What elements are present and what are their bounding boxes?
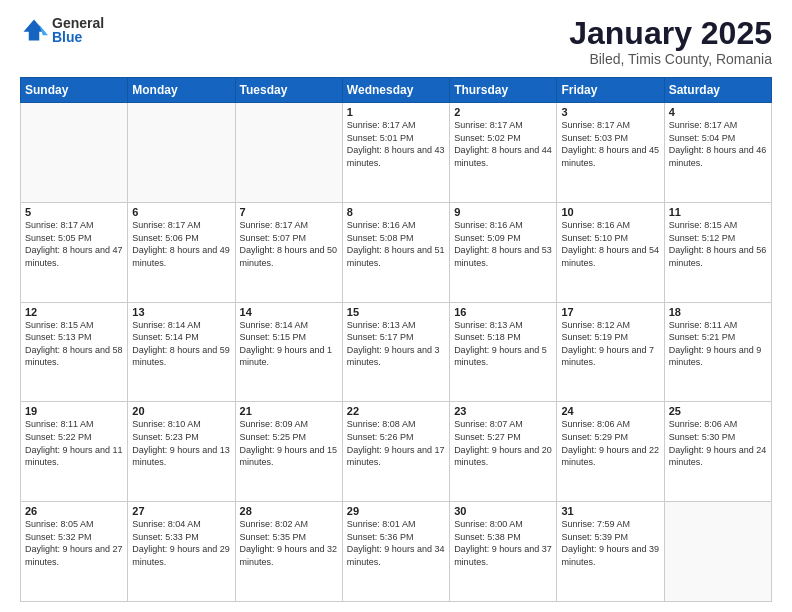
calendar-cell: 25Sunrise: 8:06 AM Sunset: 5:30 PM Dayli… — [664, 402, 771, 502]
calendar-cell: 21Sunrise: 8:09 AM Sunset: 5:25 PM Dayli… — [235, 402, 342, 502]
calendar-week-row: 5Sunrise: 8:17 AM Sunset: 5:05 PM Daylig… — [21, 202, 772, 302]
day-info: Sunrise: 8:12 AM Sunset: 5:19 PM Dayligh… — [561, 319, 659, 369]
day-number: 11 — [669, 206, 767, 218]
day-info: Sunrise: 8:08 AM Sunset: 5:26 PM Dayligh… — [347, 418, 445, 468]
calendar-cell: 15Sunrise: 8:13 AM Sunset: 5:17 PM Dayli… — [342, 302, 449, 402]
header: General Blue January 2025 Biled, Timis C… — [20, 16, 772, 67]
day-number: 23 — [454, 405, 552, 417]
day-info: Sunrise: 8:17 AM Sunset: 5:01 PM Dayligh… — [347, 119, 445, 169]
calendar-cell: 12Sunrise: 8:15 AM Sunset: 5:13 PM Dayli… — [21, 302, 128, 402]
weekday-header: Monday — [128, 78, 235, 103]
calendar-cell: 4Sunrise: 8:17 AM Sunset: 5:04 PM Daylig… — [664, 103, 771, 203]
calendar-week-row: 19Sunrise: 8:11 AM Sunset: 5:22 PM Dayli… — [21, 402, 772, 502]
calendar-cell: 5Sunrise: 8:17 AM Sunset: 5:05 PM Daylig… — [21, 202, 128, 302]
calendar-cell — [128, 103, 235, 203]
day-number: 22 — [347, 405, 445, 417]
calendar-cell: 9Sunrise: 8:16 AM Sunset: 5:09 PM Daylig… — [450, 202, 557, 302]
day-info: Sunrise: 8:11 AM Sunset: 5:21 PM Dayligh… — [669, 319, 767, 369]
main-title: January 2025 — [569, 16, 772, 51]
calendar-cell: 22Sunrise: 8:08 AM Sunset: 5:26 PM Dayli… — [342, 402, 449, 502]
day-info: Sunrise: 8:02 AM Sunset: 5:35 PM Dayligh… — [240, 518, 338, 568]
day-info: Sunrise: 8:07 AM Sunset: 5:27 PM Dayligh… — [454, 418, 552, 468]
day-number: 25 — [669, 405, 767, 417]
day-info: Sunrise: 8:09 AM Sunset: 5:25 PM Dayligh… — [240, 418, 338, 468]
calendar-week-row: 26Sunrise: 8:05 AM Sunset: 5:32 PM Dayli… — [21, 502, 772, 602]
weekday-header: Saturday — [664, 78, 771, 103]
day-info: Sunrise: 8:10 AM Sunset: 5:23 PM Dayligh… — [132, 418, 230, 468]
day-number: 13 — [132, 306, 230, 318]
day-info: Sunrise: 8:16 AM Sunset: 5:09 PM Dayligh… — [454, 219, 552, 269]
calendar-cell: 28Sunrise: 8:02 AM Sunset: 5:35 PM Dayli… — [235, 502, 342, 602]
calendar-week-row: 12Sunrise: 8:15 AM Sunset: 5:13 PM Dayli… — [21, 302, 772, 402]
day-info: Sunrise: 7:59 AM Sunset: 5:39 PM Dayligh… — [561, 518, 659, 568]
calendar-cell: 23Sunrise: 8:07 AM Sunset: 5:27 PM Dayli… — [450, 402, 557, 502]
day-info: Sunrise: 8:17 AM Sunset: 5:05 PM Dayligh… — [25, 219, 123, 269]
calendar-cell: 30Sunrise: 8:00 AM Sunset: 5:38 PM Dayli… — [450, 502, 557, 602]
day-info: Sunrise: 8:15 AM Sunset: 5:12 PM Dayligh… — [669, 219, 767, 269]
day-number: 29 — [347, 505, 445, 517]
day-number: 20 — [132, 405, 230, 417]
calendar-cell: 16Sunrise: 8:13 AM Sunset: 5:18 PM Dayli… — [450, 302, 557, 402]
calendar-cell: 3Sunrise: 8:17 AM Sunset: 5:03 PM Daylig… — [557, 103, 664, 203]
weekday-header: Tuesday — [235, 78, 342, 103]
day-info: Sunrise: 8:14 AM Sunset: 5:15 PM Dayligh… — [240, 319, 338, 369]
logo-text: General Blue — [52, 16, 104, 44]
logo-icon — [20, 16, 48, 44]
weekday-header: Thursday — [450, 78, 557, 103]
calendar-cell: 24Sunrise: 8:06 AM Sunset: 5:29 PM Dayli… — [557, 402, 664, 502]
calendar-table: SundayMondayTuesdayWednesdayThursdayFrid… — [20, 77, 772, 602]
title-block: January 2025 Biled, Timis County, Romani… — [569, 16, 772, 67]
day-info: Sunrise: 8:01 AM Sunset: 5:36 PM Dayligh… — [347, 518, 445, 568]
day-number: 30 — [454, 505, 552, 517]
calendar-cell: 8Sunrise: 8:16 AM Sunset: 5:08 PM Daylig… — [342, 202, 449, 302]
day-number: 2 — [454, 106, 552, 118]
day-number: 24 — [561, 405, 659, 417]
day-number: 26 — [25, 505, 123, 517]
subtitle: Biled, Timis County, Romania — [569, 51, 772, 67]
day-number: 8 — [347, 206, 445, 218]
day-number: 17 — [561, 306, 659, 318]
day-info: Sunrise: 8:17 AM Sunset: 5:02 PM Dayligh… — [454, 119, 552, 169]
calendar-cell — [664, 502, 771, 602]
day-number: 5 — [25, 206, 123, 218]
calendar-cell: 17Sunrise: 8:12 AM Sunset: 5:19 PM Dayli… — [557, 302, 664, 402]
day-info: Sunrise: 8:15 AM Sunset: 5:13 PM Dayligh… — [25, 319, 123, 369]
day-info: Sunrise: 8:06 AM Sunset: 5:29 PM Dayligh… — [561, 418, 659, 468]
day-number: 19 — [25, 405, 123, 417]
calendar-cell: 31Sunrise: 7:59 AM Sunset: 5:39 PM Dayli… — [557, 502, 664, 602]
page: General Blue January 2025 Biled, Timis C… — [0, 0, 792, 612]
day-info: Sunrise: 8:17 AM Sunset: 5:06 PM Dayligh… — [132, 219, 230, 269]
day-info: Sunrise: 8:14 AM Sunset: 5:14 PM Dayligh… — [132, 319, 230, 369]
calendar-cell: 26Sunrise: 8:05 AM Sunset: 5:32 PM Dayli… — [21, 502, 128, 602]
day-number: 12 — [25, 306, 123, 318]
day-info: Sunrise: 8:13 AM Sunset: 5:18 PM Dayligh… — [454, 319, 552, 369]
day-info: Sunrise: 8:13 AM Sunset: 5:17 PM Dayligh… — [347, 319, 445, 369]
day-number: 21 — [240, 405, 338, 417]
day-info: Sunrise: 8:17 AM Sunset: 5:07 PM Dayligh… — [240, 219, 338, 269]
day-number: 16 — [454, 306, 552, 318]
weekday-header: Friday — [557, 78, 664, 103]
logo-blue-text: Blue — [52, 30, 104, 44]
day-info: Sunrise: 8:16 AM Sunset: 5:10 PM Dayligh… — [561, 219, 659, 269]
calendar-cell: 29Sunrise: 8:01 AM Sunset: 5:36 PM Dayli… — [342, 502, 449, 602]
day-info: Sunrise: 8:17 AM Sunset: 5:03 PM Dayligh… — [561, 119, 659, 169]
logo-general-text: General — [52, 16, 104, 30]
day-info: Sunrise: 8:06 AM Sunset: 5:30 PM Dayligh… — [669, 418, 767, 468]
day-number: 27 — [132, 505, 230, 517]
calendar-cell — [235, 103, 342, 203]
day-number: 14 — [240, 306, 338, 318]
day-number: 18 — [669, 306, 767, 318]
calendar-cell: 19Sunrise: 8:11 AM Sunset: 5:22 PM Dayli… — [21, 402, 128, 502]
calendar-week-row: 1Sunrise: 8:17 AM Sunset: 5:01 PM Daylig… — [21, 103, 772, 203]
day-number: 7 — [240, 206, 338, 218]
day-info: Sunrise: 8:17 AM Sunset: 5:04 PM Dayligh… — [669, 119, 767, 169]
day-number: 1 — [347, 106, 445, 118]
calendar-cell: 27Sunrise: 8:04 AM Sunset: 5:33 PM Dayli… — [128, 502, 235, 602]
calendar-cell: 6Sunrise: 8:17 AM Sunset: 5:06 PM Daylig… — [128, 202, 235, 302]
logo: General Blue — [20, 16, 104, 44]
day-info: Sunrise: 8:00 AM Sunset: 5:38 PM Dayligh… — [454, 518, 552, 568]
day-info: Sunrise: 8:11 AM Sunset: 5:22 PM Dayligh… — [25, 418, 123, 468]
calendar-cell: 11Sunrise: 8:15 AM Sunset: 5:12 PM Dayli… — [664, 202, 771, 302]
day-number: 4 — [669, 106, 767, 118]
day-number: 31 — [561, 505, 659, 517]
